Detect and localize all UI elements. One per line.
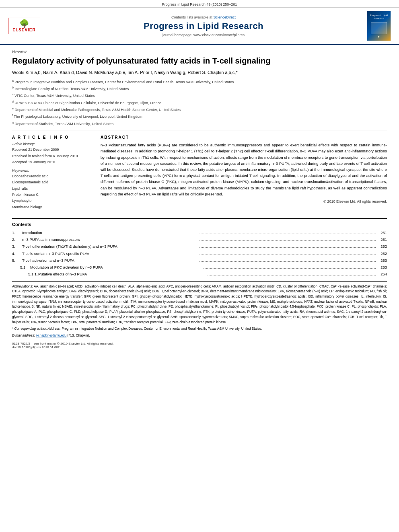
toc-num-1: 1. [12,230,22,236]
toc-page-2: 251 [377,237,387,242]
authors-text: Wooki Kim a,b, Naim A. Khan d, David N. … [12,70,238,75]
abstract-text: n–3 Polyunsaturated fatty acids (PUFA) a… [101,142,387,197]
toc-label-2: n–3 PUFA as immunosuppressors [22,237,198,242]
section-divider [12,131,387,131]
toc-dots-5 [200,261,376,262]
toc-item-2: 2. n–3 PUFA as immunosuppressors 251 [12,237,387,242]
toc-item-5-1: 5.1. Modulation of PKC activation by n–3… [12,265,387,270]
affil-a: a Program in Integrative Nutrition and C… [12,78,387,85]
keyword-6: Membrane biology [12,204,93,210]
corresponding-author-paragraph: * Corresponding author. Address: Program… [12,327,387,332]
abstract-column: ABSTRACT n–3 Polyunsaturated fatty acids… [101,135,387,214]
received-date: Received 21 December 2009 [12,147,93,153]
page-wrapper: Progress in Lipid Research 49 (2010) 250… [0,0,399,353]
elsevier-tree-icon: 🌳 [19,20,29,28]
corr-author-text: Program in Integrative Nutrition and Com… [62,327,262,331]
keyword-3: Lipid rafts [12,186,93,192]
toc-dots-3 [200,247,376,248]
accepted-date: Accepted 19 January 2010 [12,159,93,165]
journal-header: 🌳 ELSEVIER Contents lists available at S… [0,8,399,45]
article-info-abstract-row: A R T I C L E I N F O Article history: R… [12,135,387,214]
contents-available-text: Contents lists available at [171,15,212,19]
affiliations: a Program in Integrative Nutrition and C… [12,78,387,127]
toc-item-4: 4. T-cells contain n–3 PUFA-specific PLA… [12,251,387,257]
journal-top-bar: Progress in Lipid Research 49 (2010) 250… [0,0,399,8]
affil-b: b Intercollegiate Faculty of Nutrition, … [12,85,387,92]
toc-dots-5-1 [204,268,376,269]
cover-arrow-icon: ▶ [378,35,380,38]
main-content: Review Regulatory activity of polyunsatu… [0,45,399,353]
affil-d: d UPRES EA 4183 Lipides et Signalisation… [12,99,387,106]
journal-homepage: journal homepage: www.elsevier.com/locat… [162,33,245,37]
authors: Wooki Kim a,b, Naim A. Khan d, David N. … [12,69,387,76]
contents-divider [12,218,387,219]
doi-line: doi:10.1016/j.plipres.2010.01.002 [12,345,387,349]
revised-date: Received in revised form 6 January 2010 [12,153,93,159]
keyword-4: Protein kinase C [12,192,93,198]
email-label: E-mail address: [12,334,35,337]
toc-num-2: 2. [12,237,22,242]
keywords-section: Keywords: Docosahexaenoic acid Eicosapen… [12,168,93,210]
footnotes-text: Abbreviations: AA, arachidonic (n–6) aci… [12,284,387,339]
article-history-label: Article history: [12,142,93,146]
copyright-line: © 2010 Elsevier Ltd. All rights reserved… [101,199,387,203]
toc-item-1: 1. Introduction 251 [12,230,387,236]
keywords-label: Keywords: [12,168,93,173]
toc-num-4: 4. [12,251,22,257]
toc-page-3: 252 [377,244,387,249]
keywords-list: Docosahexaenoic acid Eicosapentaenoic ac… [12,173,93,210]
contents-title: Contents [12,222,387,227]
corr-author-label: * Corresponding author. Address: [12,327,61,331]
toc-item-5-1-1: 5.1.1. Putative effects of n–3 PUFA 254 [12,271,387,277]
email-link[interactable]: r-chapkin@tamu.edu [36,334,66,337]
article-info-label: A R T I C L E I N F O [12,135,93,140]
toc-page-5-1-1: 254 [377,271,387,277]
toc-label-3: T-cell differentiation (Th1/Th2 dichotom… [22,244,198,249]
toc-dots-4 [200,255,376,255]
elsevier-logo-box: 🌳 ELSEVIER [8,18,40,34]
journal-cover-text: Progress in Lipid Research [368,14,389,21]
sciencedirect-anchor[interactable]: ScienceDirect [214,15,236,19]
affil-e: e Department of Microbial and Molecular … [12,106,387,113]
toc-dots-1 [200,234,376,234]
toc-label-5-1: Modulation of PKC activation by n–3 PUFA [30,265,202,270]
toc-page-5-1: 253 [377,265,387,270]
toc-label-4: T-cells contain n–3 PUFA-specific PLA₂ [22,251,198,257]
toc-list: 1. Introduction 251 2. n–3 PUFA as immun… [12,230,387,277]
keyword-1: Docosahexaenoic acid [12,173,93,179]
cover-graphic [371,22,387,34]
toc-item-3: 3. T-cell differentiation (Th1/Th2 dicho… [12,244,387,249]
abbreviations-text: AA, arachidonic (n–6) acid; AICD, activa… [12,285,387,324]
header-left: 🌳 ELSEVIER [6,11,42,41]
header-right: Progress in Lipid Research ▶ [365,11,393,41]
toc-num-5: 5. [12,258,22,263]
journal-cover-image: Progress in Lipid Research ▶ [367,11,391,41]
abstract-label: ABSTRACT [101,135,387,140]
article-history: Article history: Received 21 December 20… [12,142,93,165]
toc-label-5-1-1: Putative effects of n–3 PUFA [38,271,206,277]
affil-c: c VFIC Center, Texas A&M University, Uni… [12,92,387,99]
keyword-2: Eicosapentaenoic acid [12,179,93,185]
toc-page-5: 253 [377,258,387,263]
abstract-paragraph: n–3 Polyunsaturated fatty acids (PUFA) a… [101,142,387,197]
keyword-5: Lymphocyte [12,198,93,204]
elsevier-text: ELSEVIER [12,28,35,32]
article-history-dates: Received 21 December 2009 Received in re… [12,147,93,165]
toc-num-5-1-1: 5.1.1. [28,271,38,277]
toc-page-4: 252 [377,251,387,257]
email-paragraph: E-mail address: r-chapkin@tamu.edu (R.S.… [12,333,387,339]
abbreviations-label: Abbreviations: [12,285,33,288]
review-label: Review [12,49,387,54]
toc-page-1: 251 [377,230,387,236]
toc-num-3: 3. [12,244,22,249]
footnote-divider [12,281,387,282]
article-title: Regulatory activity of polyunsaturated f… [12,55,387,66]
sciencedirect-link: Contents lists available at ScienceDirec… [171,15,236,19]
issn-line: 0163-7827/$ – see front matter © 2010 El… [12,342,387,345]
bottom-info: 0163-7827/$ – see front matter © 2010 El… [12,342,387,349]
abbreviations-paragraph: Abbreviations: AA, arachidonic (n–6) aci… [12,284,387,325]
journal-citation: Progress in Lipid Research 49 (2010) 250… [162,2,237,6]
affil-g: g Department of Statistics, Texas A&M Un… [12,120,387,127]
toc-label-5: T-cell activation and n–3 PUFA [22,258,198,263]
homepage-label: journal homepage: www.elsevier.com/locat… [162,33,245,37]
